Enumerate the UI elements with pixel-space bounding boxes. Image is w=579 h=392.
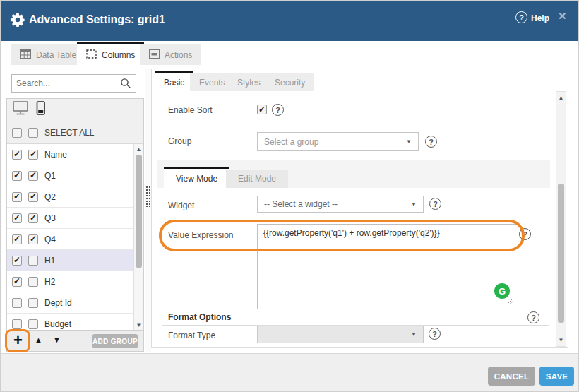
move-down-button[interactable]: ▼ [53,336,61,344]
scrollbar-thumb[interactable] [558,184,564,323]
widget-label: Widget [168,201,194,210]
select-all-row[interactable]: ✓ ✓ SELECT ALL [7,121,143,144]
format-options-help-icon[interactable]: ? [527,311,539,323]
search-icon[interactable] [120,78,131,89]
tab-label: Security [275,78,305,88]
mobile-checkbox[interactable]: ✓ [28,192,38,202]
format-type-help-icon[interactable]: ? [429,328,441,340]
column-label: Q1 [44,171,56,181]
mobile-checkbox[interactable]: ✓ [28,150,38,160]
tab-label: Events [199,78,225,88]
panel-splitter[interactable] [145,69,151,352]
sidebar-scrollbar[interactable]: ▲ ▼ [133,144,143,331]
cancel-button[interactable]: CANCEL [488,367,535,386]
desktop-checkbox[interactable]: ✓ [12,213,22,223]
columns-sidebar: ✓ ✓ SELECT ALL ✓ ✓ Name ✓ ✓ Q1 ✓ ✓ Q2 ✓ … [6,98,144,352]
tab-edit-mode[interactable]: Edit Mode [226,170,288,188]
desktop-checkbox[interactable]: ✓ [12,192,22,202]
scrollbar-thumb[interactable] [136,155,142,268]
search-input[interactable] [12,78,120,88]
format-type-label: Format Type [168,331,215,340]
column-label: Name [44,150,67,160]
mobile-checkbox[interactable]: ✓ [28,213,38,223]
add-column-button[interactable]: + [13,331,23,350]
tab-data-table[interactable]: Data Table [11,44,85,65]
table-row[interactable]: ✓ ✓ Name [7,144,133,165]
mobile-checkbox[interactable]: ✓ [28,319,38,329]
chevron-down-icon: ▼ [411,331,417,338]
desktop-checkbox[interactable]: ✓ [12,171,22,181]
tab-label: Styles [237,78,261,88]
select-all-mobile-checkbox[interactable]: ✓ [28,128,38,138]
tab-view-mode[interactable]: View Mode [164,167,229,188]
splitter-grip-icon[interactable] [145,186,151,207]
dialog-footer: CANCEL SAVE [1,353,579,392]
tab-styles[interactable]: Styles [228,73,270,91]
scroll-down-icon[interactable]: ▼ [556,337,566,343]
format-type-select[interactable]: ▼ [257,326,424,343]
desktop-checkbox[interactable]: ✓ [12,319,22,329]
sidebar-toolbar: + ▲ ▼ ADD GROUP [7,330,143,351]
advanced-settings-dialog: Advanced Settings: grid1 ? Help ✕ Data T… [0,0,579,392]
scroll-up-icon[interactable]: ▲ [134,146,143,153]
table-row[interactable]: ✓ ✓ Q4 [7,229,133,250]
table-row[interactable]: ✓ ✓ Q2 [7,186,133,208]
chevron-down-icon: ▼ [411,201,417,208]
group-select[interactable]: Select a group ▼ [257,132,419,151]
table-row[interactable]: ✓ ✓ H1 [7,250,133,271]
desktop-checkbox[interactable]: ✓ [12,277,22,287]
tab-label: Data Table [36,50,76,60]
add-group-button[interactable]: ADD GROUP [92,334,138,348]
mobile-checkbox[interactable]: ✓ [28,256,38,266]
widget-help-icon[interactable]: ? [429,198,441,210]
panel-scrollbar[interactable]: ▲ ▼ [556,91,566,347]
mobile-checkbox[interactable]: ✓ [28,277,38,287]
scroll-up-icon[interactable]: ▲ [556,95,566,101]
tab-security[interactable]: Security [265,73,314,91]
help-icon[interactable]: ? [515,11,527,23]
column-label: H2 [44,277,55,287]
table-row[interactable]: ✓ ✓ H2 [7,271,133,292]
group-help-icon[interactable]: ? [425,136,437,148]
table-row[interactable]: ✓ ✓ Q1 [7,165,133,186]
select-all-desktop-checkbox[interactable]: ✓ [12,128,22,138]
group-label: Group [168,136,191,146]
mobile-checkbox[interactable]: ✓ [28,234,38,244]
table-row[interactable]: ✓ ✓ Budget [7,314,133,331]
tab-label: Basic [164,78,184,88]
scroll-down-icon[interactable]: ▼ [134,322,143,328]
column-label: Q2 [44,192,56,202]
desktop-checkbox[interactable]: ✓ [12,298,22,308]
value-expression-textarea[interactable]: {{row.getProperty('q1') + row.getPropert… [257,224,515,309]
help-link[interactable]: Help [531,13,549,23]
group-select-value: Select a group [264,137,402,147]
desktop-checkbox[interactable]: ✓ [12,234,22,244]
enable-sort-help-icon[interactable]: ? [272,104,284,116]
enable-sort-checkbox[interactable]: ✓ [257,105,267,114]
select-all-label: SELECT ALL [44,128,95,138]
tab-basic[interactable]: Basic [155,71,193,91]
desktop-checkbox[interactable]: ✓ [12,150,22,160]
move-up-button[interactable]: ▲ [35,336,42,344]
chevron-down-icon: ▼ [406,138,412,145]
tab-actions[interactable]: Actions [140,44,201,65]
device-header-row [7,99,143,121]
format-options-heading: Format Options [168,312,231,322]
actions-icon [149,49,160,61]
desktop-checkbox[interactable]: ✓ [12,256,22,266]
column-list: ✓ ✓ Name ✓ ✓ Q1 ✓ ✓ Q2 ✓ ✓ Q3 ✓ ✓ Q4 ✓ ✓… [7,144,143,331]
table-row[interactable]: ✓ ✓ Dept Id [7,292,133,314]
widget-select[interactable]: -- Select a widget -- ▼ [257,196,424,213]
panel-bottom-border [151,347,568,348]
column-label: Q3 [44,213,56,223]
save-button[interactable]: SAVE [539,367,574,386]
desktop-icon [13,101,30,119]
table-row[interactable]: ✓ ✓ Q3 [7,208,133,229]
value-expression-help-icon[interactable]: ? [519,228,531,240]
tab-columns[interactable]: Columns [77,42,144,65]
resize-handle-icon[interactable] [507,295,513,307]
mobile-checkbox[interactable]: ✓ [28,298,38,308]
close-icon[interactable]: ✕ [558,10,567,23]
tab-label: Columns [102,50,135,60]
mobile-checkbox[interactable]: ✓ [28,171,38,181]
